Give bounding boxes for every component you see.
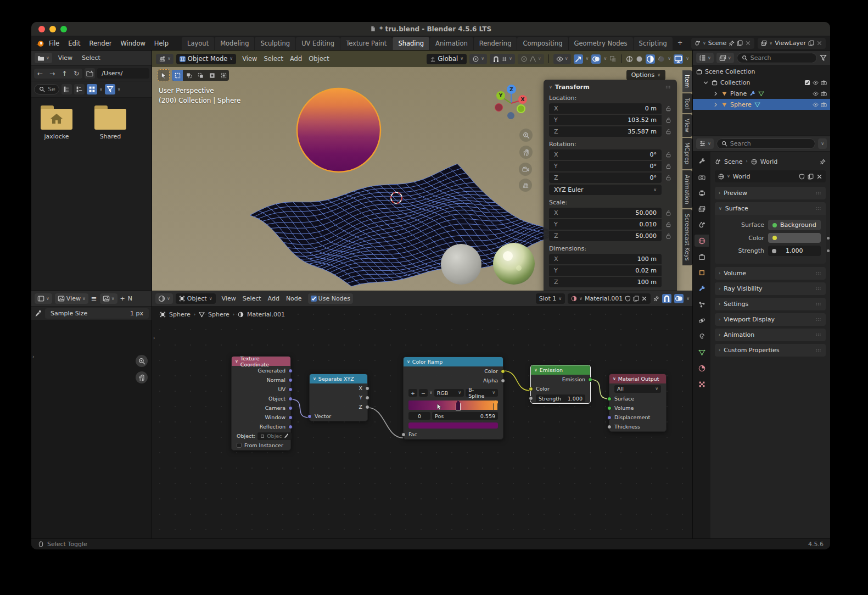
material-datablock[interactable]: ∨ Material.001 [568, 293, 651, 304]
panel-preview[interactable]: ›Preview [715, 187, 826, 199]
node-canvas[interactable]: Sphere›Sphere›Material.001 › ∨ Texture C… [152, 307, 693, 538]
workspace-tab-uv-editing[interactable]: UV Editing [296, 37, 340, 51]
lock-icon[interactable] [665, 105, 671, 112]
mesh-object-icon[interactable] [721, 91, 727, 97]
viewport-menu-object[interactable]: Object [305, 54, 332, 64]
up-button[interactable]: ↑ [58, 69, 70, 79]
properties-tab-output[interactable] [695, 187, 709, 199]
shader-menu-add[interactable]: Add [265, 294, 283, 303]
gizmos-dropdown[interactable]: ∨ [586, 57, 589, 61]
panel-settings[interactable]: ›Settings [715, 298, 826, 310]
properties-tab-object-data[interactable] [695, 346, 709, 358]
grip-icon[interactable] [665, 84, 671, 90]
forward-button[interactable]: → [46, 69, 58, 79]
lock-icon[interactable] [665, 210, 671, 216]
workspace-tab-rendering[interactable]: Rendering [474, 37, 517, 51]
eyedropper-icon[interactable] [284, 433, 289, 438]
close-window-button[interactable] [38, 26, 45, 32]
shading-solid-button[interactable] [636, 55, 643, 63]
outliner-item-collection[interactable]: Collection [693, 77, 830, 88]
properties-search-input[interactable]: Search [716, 138, 815, 149]
socket[interactable] [288, 406, 293, 410]
select-mode-invert[interactable] [206, 70, 217, 81]
node-color-ramp[interactable]: ∨ Color Ramp Color Alpha + − ∨ RGB∨ B-Sp… [403, 357, 503, 440]
outliner-item-sphere[interactable]: Sphere [693, 99, 830, 110]
animate-dot[interactable] [827, 237, 830, 240]
display-mode-dropdown[interactable]: ∨ [99, 87, 103, 92]
xray-toggle[interactable] [609, 55, 617, 63]
hamburger-menu-icon[interactable]: ≡ [91, 294, 97, 303]
node-emission[interactable]: ∨ Emission Emission Color Strength1.000 [530, 365, 591, 404]
collection-icon[interactable] [712, 80, 718, 86]
copy-icon[interactable] [737, 40, 743, 46]
panel-surface[interactable]: ∨Surface [715, 202, 826, 215]
zoom-window-button[interactable] [60, 26, 67, 32]
socket[interactable] [288, 425, 293, 429]
properties-tab-material[interactable] [695, 362, 709, 374]
socket[interactable] [607, 425, 612, 429]
viewport-perspective-button[interactable] [519, 179, 532, 192]
zoom-in-button[interactable] [136, 355, 148, 367]
lock-icon[interactable] [665, 163, 671, 169]
sidebar-tab-animation[interactable]: Animation [682, 170, 692, 209]
workspace-tab-compositing[interactable]: Compositing [517, 37, 568, 51]
world-color-field[interactable] [768, 233, 821, 243]
collapse-chevron-icon[interactable]: ∨ [534, 368, 537, 372]
sidebar-tab-mcprep[interactable]: MCprep [682, 138, 692, 169]
stop-color-swatch[interactable] [408, 422, 498, 429]
hide-in-viewport-toggle[interactable] [813, 102, 819, 108]
sidebar-tab-item[interactable]: Item [682, 70, 692, 92]
visibility-dropdown[interactable]: ∨ [553, 54, 571, 64]
surface-shader-button[interactable]: Background [768, 220, 821, 230]
properties-tab-constraints[interactable] [695, 330, 709, 342]
shading-rendered-button[interactable] [658, 55, 665, 63]
viewport-zoom-button[interactable] [519, 129, 533, 142]
mode-dropdown[interactable]: Object Mode∨ [176, 54, 236, 64]
editor-type-button[interactable]: ∨ [155, 293, 173, 304]
axis-z-negative[interactable] [507, 112, 514, 119]
socket[interactable] [288, 397, 293, 401]
properties-tab-tool[interactable] [695, 155, 709, 167]
pin-icon[interactable] [653, 296, 659, 302]
menu-help[interactable]: Help [150, 38, 173, 49]
socket[interactable] [365, 386, 369, 391]
location-z-field[interactable]: Z35.587 m [549, 126, 662, 137]
lock-icon[interactable] [665, 221, 671, 227]
navigation-gizmo[interactable]: Z Y X [491, 82, 531, 122]
workspace-tab-layout[interactable]: Layout [182, 37, 214, 51]
collapse-chevron-icon[interactable]: ∨ [407, 360, 410, 364]
fb-menu-view[interactable]: View [55, 53, 76, 63]
select-mode-subtract[interactable] [195, 70, 206, 81]
socket[interactable] [288, 387, 293, 392]
panel-ray-visibility[interactable]: ›Ray Visibility [715, 282, 826, 295]
color-mode-dropdown[interactable]: RGB∨ [434, 389, 464, 397]
select-mode-extend[interactable] [183, 70, 194, 81]
sidebar-tab-screencast-keys[interactable]: Screencast Keys [682, 209, 692, 265]
rotation-y-field[interactable]: Y0° [549, 161, 662, 171]
from-instancer-checkbox[interactable] [237, 443, 242, 448]
display-mode-dropdown[interactable]: ∨ [716, 53, 734, 63]
back-button[interactable]: ← [34, 69, 46, 79]
socket[interactable] [288, 369, 293, 373]
socket[interactable] [365, 405, 369, 409]
collection-icon[interactable] [696, 69, 702, 75]
editor-type-button[interactable]: ∨ [156, 54, 173, 64]
dimensions-z-field[interactable]: Z100 m [549, 277, 662, 287]
socket[interactable] [607, 415, 612, 420]
gray-sphere-object[interactable] [441, 244, 481, 285]
viewlayer-selector[interactable]: ∨ ViewLayer [758, 38, 826, 49]
viewport-pan-button[interactable] [519, 146, 533, 159]
workspace-tab-modeling[interactable]: Modeling [215, 37, 254, 51]
menu-render[interactable]: Render [85, 38, 116, 49]
scale-x-field[interactable]: X50.000 [549, 208, 662, 218]
disable-in-renders-toggle[interactable] [821, 102, 827, 108]
lock-icon[interactable] [665, 175, 671, 181]
filter-funnel-icon[interactable] [820, 54, 827, 62]
shader-menu-node[interactable]: Node [283, 294, 305, 303]
snap-toggle[interactable]: ∨ [490, 54, 515, 64]
rotation-mode-dropdown[interactable]: XYZ Euler∨ [549, 185, 662, 195]
properties-options-dropdown[interactable]: ∨ [818, 138, 827, 149]
properties-tab-physics[interactable] [695, 314, 709, 326]
axis-y-negative[interactable] [517, 104, 525, 113]
display-vertical-list-button[interactable] [61, 84, 72, 94]
